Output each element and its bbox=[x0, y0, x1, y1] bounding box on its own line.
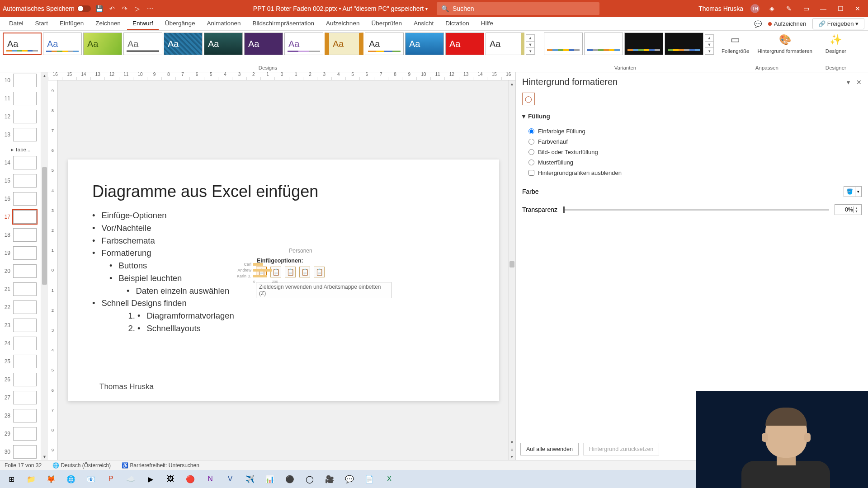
prev-slide-icon[interactable]: ≡ bbox=[509, 446, 515, 453]
fill-gradient-radio[interactable]: Farbverlauf bbox=[522, 136, 862, 147]
paste-option-5-icon[interactable]: 📋 bbox=[314, 267, 325, 277]
tab-start[interactable]: Start bbox=[30, 18, 54, 30]
tab-dictation[interactable]: Dictation bbox=[440, 18, 475, 30]
scroll-up-icon[interactable]: ▲ bbox=[509, 80, 515, 87]
slide-thumb-25[interactable]: 25 bbox=[0, 353, 40, 371]
slide-thumb-24[interactable]: 24 bbox=[0, 335, 40, 353]
outlook-icon[interactable]: 📧 bbox=[81, 471, 100, 487]
tab-entwurf[interactable]: Entwurf bbox=[127, 18, 159, 30]
tab-zeichnen[interactable]: Zeichnen bbox=[90, 18, 126, 30]
slide-counter[interactable]: Folie 17 von 32 bbox=[5, 462, 42, 469]
theme-gallery-scroll[interactable]: ▲▼▾ bbox=[526, 34, 535, 55]
telegram-icon[interactable]: ✈️ bbox=[241, 471, 259, 487]
photos-icon[interactable]: 🖼 bbox=[161, 471, 180, 487]
obs-icon[interactable]: ⚫ bbox=[280, 471, 299, 487]
tab-animationen[interactable]: Animationen bbox=[201, 18, 246, 30]
search-box[interactable]: 🔍 Suchen bbox=[437, 2, 599, 15]
close-icon[interactable]: ✕ bbox=[853, 4, 863, 14]
visio-icon[interactable]: V bbox=[221, 471, 240, 487]
vlc-icon[interactable]: ▶ bbox=[141, 471, 160, 487]
toggle-switch[interactable] bbox=[77, 5, 91, 12]
autosave-toggle[interactable]: Automatisches Speichern bbox=[3, 5, 91, 12]
transparency-slider[interactable] bbox=[563, 209, 829, 211]
scroll-down-icon[interactable]: ▼ bbox=[41, 453, 48, 460]
tab-einfügen[interactable]: Einfügen bbox=[54, 18, 89, 30]
app-icon[interactable]: ◯ bbox=[300, 471, 319, 487]
pen-icon[interactable]: ✎ bbox=[784, 4, 794, 14]
slide-thumb-12[interactable]: 12 bbox=[0, 108, 40, 127]
app-icon[interactable]: 💬 bbox=[340, 471, 359, 487]
app-icon[interactable]: 📄 bbox=[360, 471, 379, 487]
onenote-icon[interactable]: N bbox=[201, 471, 220, 487]
username-label[interactable]: Thomas Hruska bbox=[698, 5, 743, 12]
design-theme-gallery[interactable]: Aa Aa Aa Aa Aa Aa Aa Aa Aa Aa Aa Aa Aa ▲… bbox=[0, 31, 536, 55]
accessibility-status[interactable]: Barrierefreiheit: Untersuchen bbox=[130, 462, 199, 469]
qat-overflow-icon[interactable]: ⋯ bbox=[146, 5, 154, 13]
app-icon[interactable]: ☁️ bbox=[121, 471, 140, 487]
slide-thumb-28[interactable]: 28 bbox=[0, 408, 40, 426]
variant-gallery-scroll[interactable]: ▲▼▾ bbox=[705, 34, 714, 55]
slide-thumb-23[interactable]: 23 bbox=[0, 317, 40, 335]
hide-bg-graphics-check[interactable]: Hintergrundgrafiken ausblenden bbox=[522, 168, 862, 178]
zoom-icon[interactable]: 🎥 bbox=[320, 471, 339, 487]
slide-thumb-30[interactable]: 30 bbox=[0, 444, 40, 460]
slide-thumb-26[interactable]: 26 bbox=[0, 371, 40, 389]
scroll-down-icon[interactable]: ▼ bbox=[509, 439, 515, 446]
format-background-button[interactable]: 🎨Hintergrund formatieren bbox=[757, 33, 812, 54]
save-icon[interactable]: 💾 bbox=[95, 5, 104, 13]
paste-option-4-icon[interactable]: 📋 bbox=[299, 267, 310, 277]
tab-hilfe[interactable]: Hilfe bbox=[476, 18, 499, 30]
variant-gallery[interactable]: ▲▼▾ bbox=[536, 31, 715, 55]
diamond-icon[interactable]: ◈ bbox=[767, 4, 777, 14]
canvas-scrollbar[interactable]: ▲ ▼ ≡ ▾ bbox=[508, 80, 515, 460]
slide-thumb-13[interactable]: 13 bbox=[0, 127, 40, 145]
fill-tab-icon[interactable]: ◯ bbox=[522, 93, 535, 105]
comments-icon[interactable]: 💬 bbox=[754, 20, 762, 28]
fill-section-header[interactable]: ▾Füllung bbox=[516, 110, 868, 122]
tab-datei[interactable]: Datei bbox=[4, 18, 29, 30]
slide-thumb-19[interactable]: 19 bbox=[0, 245, 40, 263]
thumb-scrollbar[interactable]: ▲ ▼ bbox=[41, 72, 48, 460]
slide-thumb-17[interactable]: 17 bbox=[0, 209, 40, 227]
slide-thumb-18[interactable]: 18 bbox=[0, 227, 40, 245]
slide-title[interactable]: Diagramme aus Excel einfügen bbox=[68, 160, 499, 209]
document-title[interactable]: PPT 01 Roter Faden 002.pptx • Auf "diese… bbox=[253, 5, 428, 12]
pane-close-icon[interactable]: ✕ bbox=[856, 79, 862, 86]
slide-thumb-10[interactable]: 10 bbox=[0, 72, 40, 90]
firefox-icon[interactable]: 🦊 bbox=[42, 471, 61, 487]
language-status[interactable]: Deutsch (Österreich) bbox=[61, 462, 111, 469]
explorer-icon[interactable]: 📁 bbox=[22, 471, 41, 487]
from-beginning-icon[interactable]: ▷ bbox=[133, 5, 142, 13]
slide-thumb-22[interactable]: 22 bbox=[0, 299, 40, 317]
start-button[interactable]: ⊞ bbox=[2, 471, 21, 487]
tab-ansicht[interactable]: Ansicht bbox=[408, 18, 439, 30]
slide-thumb-16[interactable]: 16 bbox=[0, 191, 40, 209]
fill-color-button[interactable]: 🪣▾ bbox=[844, 186, 862, 197]
slide-canvas-wrap[interactable]: Diagramme aus Excel einfügen Einfüge-Opt… bbox=[58, 80, 508, 460]
chrome-icon[interactable]: 🌐 bbox=[61, 471, 80, 487]
tab-übergänge[interactable]: Übergänge bbox=[160, 18, 201, 30]
paste-option-3-icon[interactable]: 📋 bbox=[285, 267, 296, 277]
app-icon[interactable]: 📊 bbox=[260, 471, 279, 487]
apply-to-all-button[interactable]: Auf alle anwenden bbox=[520, 443, 579, 455]
redo-icon[interactable]: ↷ bbox=[121, 5, 129, 13]
tab-aufzeichnen[interactable]: Aufzeichnen bbox=[321, 18, 365, 30]
tab-bildschirmpräsentation[interactable]: Bildschirmpräsentation bbox=[247, 18, 320, 30]
record-button[interactable]: Aufzeichnen bbox=[764, 19, 810, 29]
designer-button[interactable]: ✨Designer bbox=[826, 33, 846, 54]
slide-thumb-29[interactable]: 29 bbox=[0, 426, 40, 444]
share-button[interactable]: 🔗 Freigeben ▾ bbox=[812, 18, 864, 29]
ribbon-options-icon[interactable]: ▭ bbox=[801, 4, 811, 14]
transparency-spinner[interactable]: ▲▼ bbox=[835, 204, 862, 215]
excel-icon[interactable]: X bbox=[380, 471, 399, 487]
user-avatar[interactable]: TH bbox=[750, 4, 760, 13]
slide-size-button[interactable]: ▭Foliengröße bbox=[722, 33, 749, 54]
fill-picture-radio[interactable]: Bild- oder Texturfüllung bbox=[522, 147, 862, 157]
minimize-icon[interactable]: ― bbox=[818, 4, 828, 14]
app-icon[interactable]: 🔴 bbox=[181, 471, 200, 487]
pane-options-icon[interactable]: ▾ bbox=[847, 79, 850, 86]
fill-solid-radio[interactable]: Einfarbige Füllung bbox=[522, 126, 862, 136]
slide-thumb-20[interactable]: 20 bbox=[0, 263, 40, 281]
scroll-up-icon[interactable]: ▲ bbox=[41, 72, 48, 79]
slide-thumb-15[interactable]: 15 bbox=[0, 173, 40, 191]
